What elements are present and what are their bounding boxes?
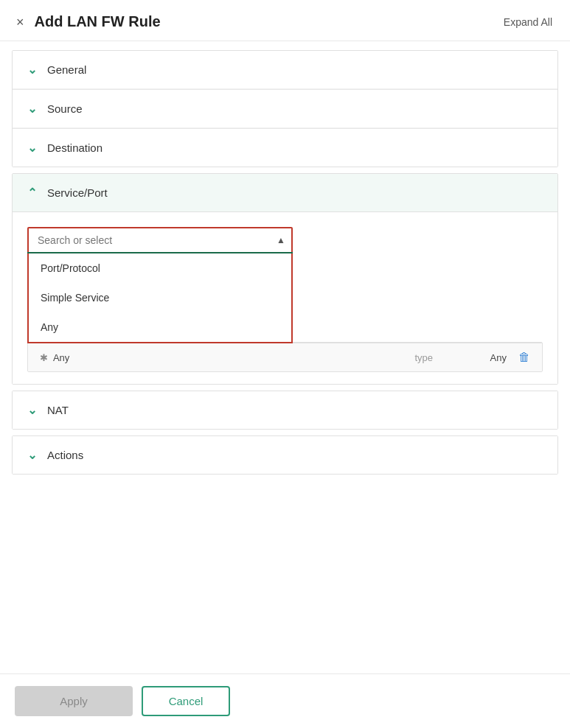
section-nat[interactable]: ⌄ NAT bbox=[13, 391, 557, 429]
dialog-header: × Add LAN FW Rule Expand All bbox=[0, 0, 570, 41]
close-button[interactable]: × bbox=[15, 14, 26, 30]
asterisk-icon: ✱ bbox=[40, 352, 48, 363]
dropdown-item-port-protocol[interactable]: Port/Protocol bbox=[29, 253, 291, 283]
service-type-dropdown[interactable]: ▲ Port/Protocol Simple Service Any bbox=[27, 227, 293, 253]
content-area: ⌄ General ⌄ Source ⌄ Destination ⌃ Servi… bbox=[0, 41, 570, 673]
section-destination[interactable]: ⌄ Destination bbox=[13, 128, 557, 167]
service-any-label: Any bbox=[53, 352, 69, 363]
dropdown-item-simple-service[interactable]: Simple Service bbox=[29, 283, 291, 312]
dialog-title: Add LAN FW Rule bbox=[35, 13, 161, 30]
nat-section-group: ⌄ NAT bbox=[12, 391, 558, 430]
section-general-label: General bbox=[47, 63, 86, 76]
section-source[interactable]: ⌄ Source bbox=[13, 89, 557, 128]
expand-all-button[interactable]: Expand All bbox=[504, 16, 552, 28]
section-actions[interactable]: ⌄ Actions bbox=[13, 436, 557, 474]
table-row: ✱ Any type Any 🗑 bbox=[28, 343, 542, 371]
chevron-down-icon: ⌄ bbox=[27, 141, 37, 155]
chevron-down-icon: ⌄ bbox=[27, 403, 37, 417]
section-general[interactable]: ⌄ General bbox=[13, 51, 557, 89]
section-service-port: ⌃ Service/Port ▲ Port/Protocol Simple Se… bbox=[12, 173, 558, 385]
section-nat-label: NAT bbox=[47, 404, 69, 416]
header-left: × Add LAN FW Rule bbox=[15, 13, 161, 30]
chevron-down-icon: ⌄ bbox=[27, 102, 37, 116]
apply-button[interactable]: Apply bbox=[15, 686, 133, 716]
service-type-placeholder: type bbox=[359, 352, 448, 363]
dropdown-item-any[interactable]: Any bbox=[29, 312, 291, 342]
delete-row-icon[interactable]: 🗑 bbox=[518, 351, 530, 364]
section-service-port-body: ▲ Port/Protocol Simple Service Any ✱ Any bbox=[13, 212, 557, 384]
dropdown-menu: Port/Protocol Simple Service Any bbox=[27, 253, 293, 343]
section-actions-label: Actions bbox=[47, 449, 83, 461]
section-destination-label: Destination bbox=[47, 141, 102, 154]
section-service-port-header[interactable]: ⌃ Service/Port bbox=[13, 174, 557, 212]
actions-section-group: ⌄ Actions bbox=[12, 435, 558, 475]
section-service-port-label: Service/Port bbox=[47, 186, 108, 199]
chevron-down-icon: ⌄ bbox=[27, 448, 37, 462]
chevron-up-icon: ⌃ bbox=[27, 186, 37, 200]
service-type-input[interactable] bbox=[27, 227, 293, 253]
service-table: ✱ Any type Any 🗑 bbox=[27, 342, 543, 372]
dialog-footer: Apply Cancel bbox=[0, 673, 570, 728]
service-col-any2: Any bbox=[448, 352, 507, 363]
section-source-label: Source bbox=[47, 102, 83, 115]
cancel-button[interactable]: Cancel bbox=[142, 686, 230, 716]
service-col-any: ✱ Any bbox=[40, 352, 359, 363]
collapsed-sections-group: ⌄ General ⌄ Source ⌄ Destination bbox=[12, 50, 558, 167]
chevron-down-icon: ⌄ bbox=[27, 63, 37, 77]
